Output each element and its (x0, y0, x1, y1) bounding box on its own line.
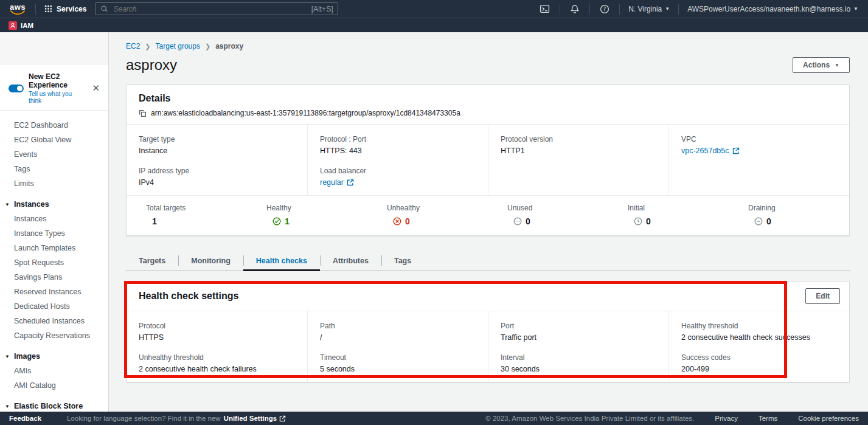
sidebar-item-ami-catalog[interactable]: AMI Catalog (0, 379, 108, 393)
sidebar-item-instances[interactable]: Instances (0, 212, 108, 226)
privacy-link[interactable]: Privacy (715, 415, 738, 422)
load-balancer-link[interactable]: regular (320, 178, 476, 187)
account-menu[interactable]: AWSPowerUserAccess/navaneeth.kn@harness.… (685, 5, 861, 13)
external-link-icon (279, 415, 286, 422)
external-link-icon (347, 179, 354, 186)
services-label: Services (57, 5, 86, 13)
tab-monitoring[interactable]: Monitoring (178, 251, 243, 271)
iam-service-icon (9, 21, 17, 30)
unified-settings-link[interactable]: Unified Settings (224, 415, 286, 422)
copy-icon[interactable] (139, 109, 147, 117)
feedback-button[interactable]: Feedback (9, 415, 41, 422)
search-icon (100, 5, 108, 13)
sidebar-section-ebs[interactable]: ▼ Elastic Block Store (0, 396, 108, 412)
summary-value: 0 (766, 216, 771, 226)
close-icon[interactable]: ✕ (91, 83, 101, 94)
region-selector[interactable]: N. Virginia ▼ (626, 5, 672, 13)
language-prompt: Looking for language selection? Find it … (67, 415, 221, 422)
link-text: vpc-2657db5c (681, 147, 729, 155)
section-label: Images (14, 352, 40, 361)
aws-logo[interactable]: aws (10, 4, 26, 15)
summary-label: Initial (628, 204, 729, 212)
field-label: Protocol (139, 322, 295, 330)
caret-down-icon: ▼ (5, 354, 10, 359)
services-menu-button[interactable]: Services (42, 5, 89, 13)
tab-bar: Targets Monitoring Health checks Attribu… (126, 251, 850, 271)
search-input[interactable] (112, 4, 307, 14)
sidebar-section-instances[interactable]: ▼ Instances (0, 195, 108, 212)
details-grid: Target type Instance IP address type IPv… (127, 124, 849, 195)
help-button[interactable]: ? (596, 4, 613, 14)
field-label: Port (501, 322, 656, 330)
field-ip-address-type: IP address type IPv4 (139, 167, 295, 187)
favorite-iam-link[interactable]: IAM (9, 21, 33, 30)
notifications-button[interactable] (566, 4, 583, 14)
sidebar-item-capacity-reservations[interactable]: Capacity Reservations (0, 329, 108, 343)
sidebar-item-launch-templates[interactable]: Launch Templates (0, 241, 108, 255)
sidebar-item-amis[interactable]: AMIs (0, 364, 108, 378)
details-column-3: Protocol version HTTP1 (488, 125, 668, 195)
external-link-icon (732, 147, 740, 154)
sidebar-item-dedicated-hosts[interactable]: Dedicated Hosts (0, 300, 108, 314)
sidebar-item-events[interactable]: Events (0, 148, 108, 162)
field-value: HTTPS (139, 333, 295, 342)
sidebar-spacer (0, 32, 108, 65)
sidebar-item-tags[interactable]: Tags (0, 162, 108, 176)
favorite-iam-label: IAM (21, 22, 33, 29)
sidebar-item-limits[interactable]: Limits (0, 177, 108, 191)
field-label: Healthy threshold (681, 322, 837, 330)
sidebar-item-scheduled-instances[interactable]: Scheduled Instances (0, 314, 108, 328)
cloudshell-terminal-icon (540, 4, 550, 14)
cookie-preferences-link[interactable]: Cookie preferences (798, 415, 859, 422)
tab-tags[interactable]: Tags (381, 251, 424, 271)
main-content: EC2 ❯ Target groups ❯ asproxy asproxy Ac… (109, 32, 868, 412)
field-path: Path / (320, 322, 476, 342)
sidebar-item-ec2-dashboard[interactable]: EC2 Dashboard (0, 119, 108, 133)
tell-us-link[interactable]: Tell us what you think (29, 91, 86, 104)
terms-link[interactable]: Terms (759, 415, 777, 422)
summary-value: 0 (405, 216, 410, 226)
footer-right-group: © 2023, Amazon Web Services India Privat… (485, 415, 859, 422)
sidebar-item-reserved-instances[interactable]: Reserved Instances (0, 285, 108, 299)
sidebar-item-ec2-global-view[interactable]: EC2 Global View (0, 133, 108, 147)
caret-down-icon: ▼ (5, 202, 10, 207)
field-label: Load balancer (320, 167, 476, 175)
breadcrumb-ec2-link[interactable]: EC2 (126, 42, 140, 50)
chevron-right-icon: ❯ (145, 43, 150, 50)
tab-health-checks[interactable]: Health checks (243, 251, 320, 271)
actions-button[interactable]: Actions ▼ (793, 57, 850, 73)
field-protocol-port: Protocol : Port HTTPS: 443 (320, 135, 476, 155)
field-protocol-version: Protocol version HTTP1 (501, 135, 656, 155)
summary-label: Draining (748, 204, 849, 212)
hc-column-1: Protocol HTTPS Unhealthy threshold 2 con… (127, 311, 307, 382)
field-label: VPC (681, 135, 837, 143)
summary-label: Total targets (146, 204, 247, 212)
sidebar-section-images[interactable]: ▼ Images (0, 347, 108, 364)
field-unhealthy-threshold: Unhealthy threshold 2 consecutive health… (139, 353, 295, 373)
sidebar-item-instance-types[interactable]: Instance Types (0, 227, 108, 241)
new-experience-toggle[interactable] (9, 85, 24, 92)
cloudshell-button[interactable] (536, 4, 554, 14)
tab-attributes[interactable]: Attributes (320, 251, 381, 271)
link-text: regular (320, 178, 344, 187)
sidebar-nav: EC2 Dashboard EC2 Global View Events Tag… (0, 111, 108, 412)
topnav-right-group: ? N. Virginia ▼ AWSPowerUserAccess/navan… (536, 4, 861, 15)
help-icon: ? (600, 4, 609, 14)
sidebar-item-savings-plans[interactable]: Savings Plans (0, 271, 108, 285)
grid-icon (44, 5, 52, 13)
caret-down-icon: ▼ (5, 404, 10, 409)
details-title: Details (139, 93, 837, 104)
breadcrumb-target-groups-link[interactable]: Target groups (156, 42, 200, 50)
body: New EC2 Experience Tell us what you thin… (0, 32, 868, 412)
sidebar-item-spot-requests[interactable]: Spot Requests (0, 256, 108, 270)
edit-button[interactable]: Edit (805, 288, 840, 304)
vpc-link[interactable]: vpc-2657db5c (681, 147, 837, 155)
page-title: asproxy (126, 57, 177, 74)
field-label: Unhealthy threshold (139, 353, 295, 362)
section-label: Instances (14, 200, 49, 209)
field-value: Traffic port (501, 333, 656, 342)
tab-targets[interactable]: Targets (126, 251, 178, 271)
field-interval: Interval 30 seconds (501, 353, 656, 373)
breadcrumb-current: asproxy (215, 42, 243, 50)
footer-bar: Feedback Looking for language selection?… (0, 412, 868, 425)
